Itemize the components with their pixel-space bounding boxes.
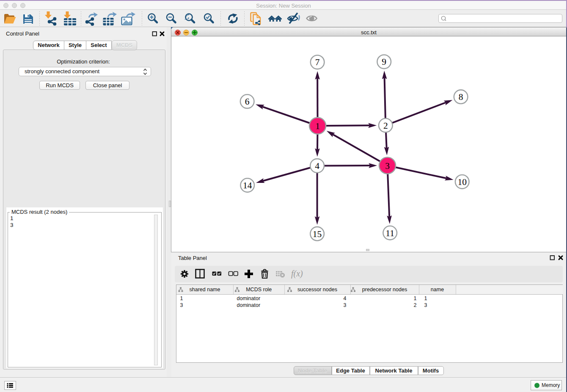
svg-text:f(x): f(x) [291,269,303,279]
